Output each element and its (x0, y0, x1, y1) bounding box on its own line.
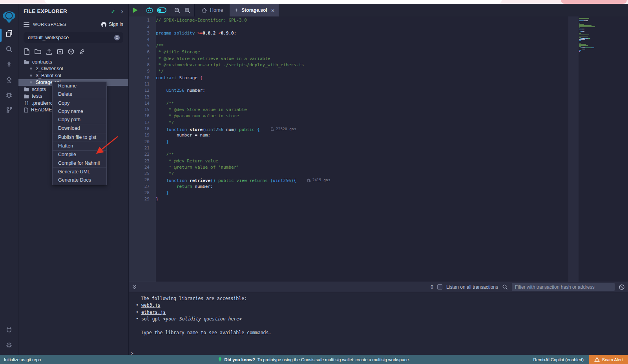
zoom-group (170, 4, 195, 16)
home-icon (201, 7, 207, 13)
code-line-3: 3pragma solidity >=0.8.2 <0.9.0; (129, 30, 628, 36)
plugin-manager-icon[interactable] (0, 322, 18, 337)
chevron-right-icon[interactable]: › (121, 9, 123, 13)
upload-folder-icon[interactable] (57, 48, 63, 55)
active-tab-label: Storage.sol (241, 7, 267, 13)
scam-alert-button[interactable]: Scam Alert (589, 355, 628, 364)
context-menu-item-rename[interactable]: Rename (53, 82, 106, 90)
sign-in-label: Sign in (109, 22, 123, 27)
code-line-5: 5/** (129, 43, 628, 49)
debugger-icon[interactable] (0, 87, 18, 102)
check-icon: ✓ (111, 8, 116, 15)
tree-item-2-owner-sol[interactable]: 2_Owner.sol (18, 66, 128, 73)
tab-home[interactable]: Home (195, 4, 230, 16)
terminal-output[interactable]: The following libraries are accessible:•… (129, 292, 628, 355)
remix-logo-icon[interactable] (0, 8, 18, 26)
zoom-out-icon[interactable] (174, 7, 181, 14)
context-menu-item-compile[interactable]: Compile (53, 151, 106, 159)
zoom-in-icon[interactable] (184, 7, 191, 14)
line-number: 15 (129, 107, 150, 113)
link-icon[interactable] (79, 48, 85, 55)
git-icon[interactable] (0, 102, 18, 118)
file-icon (24, 107, 28, 113)
terminal-search-icon[interactable] (502, 284, 508, 290)
context-menu-item-copy-name[interactable]: Copy name (53, 107, 106, 116)
tree-item-3-ballot-sol[interactable]: 3_Ballot.sol (18, 72, 128, 79)
code-line-20: 20 } (129, 139, 628, 145)
code-line-11: 11 (129, 81, 628, 87)
solidity-compiler-icon[interactable] (0, 56, 18, 72)
new-folder-icon[interactable] (35, 48, 41, 55)
new-file-icon[interactable] (24, 48, 30, 55)
deploy-run-icon[interactable] (0, 72, 18, 87)
transaction-filter-input[interactable] (512, 283, 615, 291)
context-menu-item-flatten[interactable]: Flatten (53, 142, 106, 150)
context-menu-item-generate-docs[interactable]: Generate Docs (53, 176, 106, 184)
context-menu-group: CopyCopy nameCopy path (53, 99, 106, 125)
file-context-menu: RenameDeleteCopyCopy nameCopy pathDownlo… (52, 82, 107, 185)
sign-in-button[interactable]: Sign in (101, 22, 123, 27)
context-menu-item-download[interactable]: Download (53, 124, 106, 133)
ipfs-cube-icon[interactable] (68, 48, 74, 55)
code-line-13: 13 (129, 94, 628, 100)
code-editor[interactable]: 1// SPDX-License-Identifier: GPL-3.023pr… (129, 16, 628, 282)
settings-gear-icon[interactable] (0, 337, 18, 353)
code-text: * @dev Store value in variable (150, 107, 247, 113)
hamburger-menu-icon[interactable] (24, 22, 29, 27)
lightbulb-icon (218, 357, 222, 362)
run-script-button[interactable] (132, 7, 138, 13)
code-line-17: 17 */ (129, 120, 628, 126)
file-explorer-icon[interactable] (0, 26, 18, 41)
tab-storage-sol[interactable]: Storage.sol × (230, 4, 279, 16)
browser-address-bar-fragment (44, 0, 502, 4)
git-init-button[interactable]: Initialize as git repo (0, 357, 41, 362)
line-number: 27 (129, 184, 150, 190)
context-menu-group: RenameDelete (53, 82, 106, 99)
listen-checkbox[interactable] (437, 284, 442, 289)
context-menu-item-copy-path[interactable]: Copy path (53, 116, 106, 124)
close-tab-icon[interactable]: × (271, 7, 275, 14)
terminal-library-item: •ethers.js (131, 309, 628, 316)
context-menu-item-publish-file-to-gist[interactable]: Publish file to gist (53, 133, 106, 142)
copilot-toggle[interactable] (157, 7, 166, 13)
code-line-4: 4 (129, 36, 628, 43)
editor-minimap[interactable] (579, 18, 611, 52)
tip-text: To prototype using the Gnosis safe multi… (257, 357, 410, 362)
library-link[interactable]: web3.js (141, 302, 160, 308)
context-menu-group: Flatten (53, 142, 106, 151)
context-menu-group: Publish file to gist (53, 133, 106, 142)
line-number: 11 (129, 81, 150, 87)
code-line-1: 1// SPDX-License-Identifier: GPL-3.0 (129, 17, 628, 24)
context-menu-item-delete[interactable]: Delete (53, 90, 106, 98)
code-line-28: 28 } (129, 190, 628, 196)
context-menu-group: CompileCompile for Nahmii (53, 151, 106, 168)
browser-chrome-strip (0, 0, 628, 4)
context-menu-item-generate-uml[interactable]: Generate UML (53, 168, 106, 176)
line-number: 28 (129, 190, 150, 196)
solidity-file-icon (29, 80, 33, 85)
braces-icon: {} (24, 100, 29, 106)
code-line-21: 21 (129, 145, 628, 151)
tip-bold: Did you know? (224, 357, 255, 362)
code-text: /** (150, 100, 174, 107)
context-menu-item-copy[interactable]: Copy (53, 99, 106, 107)
clear-console-icon[interactable] (619, 284, 625, 290)
line-number: 20 (129, 139, 150, 145)
upload-file-icon[interactable] (46, 48, 52, 55)
context-menu-item-compile-for-nahmii[interactable]: Compile for Nahmii (53, 159, 106, 167)
copilot-status[interactable]: RemixAI Copilot (enabled) (533, 357, 583, 362)
line-number: 16 (129, 113, 150, 119)
code-text: } (150, 139, 169, 145)
line-number: 3 (129, 30, 150, 36)
tree-item-contracts[interactable]: contracts (18, 58, 128, 66)
ai-copilot-robot-icon[interactable] (146, 7, 153, 14)
tree-item-label: 2_Owner.sol (36, 66, 63, 71)
terminal-collapse-icon[interactable] (132, 284, 137, 290)
terminal-header: 0 Listen on all transactions (129, 282, 628, 292)
solidity-file-icon (29, 73, 33, 78)
code-line-18: 18 function store(uint256 num) public {2… (129, 126, 628, 132)
code-text: pragma solidity >=0.8.2 <0.9.0; (150, 30, 236, 36)
search-icon[interactable] (0, 41, 18, 56)
library-link[interactable]: ethers.js (141, 309, 166, 315)
workspace-select[interactable]: default_workspace (24, 32, 123, 43)
